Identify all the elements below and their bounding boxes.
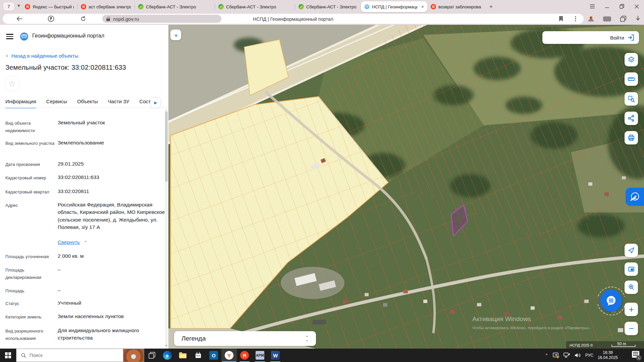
scale-label: 50 m [617,342,626,346]
back-icon[interactable] [15,15,23,23]
divider [0,108,168,108]
browser-tab[interactable]: Я возврат заблокированно [427,1,484,12]
tab-services[interactable]: Сервисы [46,96,67,108]
map-canvas[interactable]: Активация Windows Чтобы активировать Win… [168,25,644,349]
tab-information[interactable]: Информация [5,96,36,108]
back-to-results-link[interactable]: ‹ Назад в найденные объекты [6,52,78,59]
omnibox[interactable]: nspd.gov.ru НСПД | Геоинформационный пор… [3,14,584,24]
locate-me-button[interactable] [625,244,638,257]
assistant-chat-button[interactable] [600,290,622,312]
area-select-button[interactable] [625,92,638,106]
tab-list-chevron-icon[interactable]: ▼ [17,3,21,8]
task-view-button[interactable] [144,349,160,362]
yandex-browser-icon[interactable]: Y [221,349,237,362]
taskbar-search[interactable] [16,349,144,362]
tray-expand-icon[interactable]: ⌃ [545,353,548,358]
collapse-address-link[interactable]: Свернуть⌃ [58,239,87,245]
windows-taskbar: e O Y Я АРМ W ⌃ РУС 16:3916 [0,349,644,362]
network-icon[interactable] [564,353,570,358]
collapse-panel-button[interactable]: « [170,29,181,40]
navigation-arrow-icon [627,246,635,254]
clock[interactable]: 16:3916.04.2025 [598,350,618,360]
nspd-logo [19,32,29,43]
new-tab-button[interactable]: + [487,3,495,11]
zoom-in-button[interactable]: + [625,303,638,316]
sberbank-ast-favicon: ✓ [138,4,144,9]
share-button[interactable] [625,112,638,125]
outlook-icon[interactable]: O [206,349,221,362]
object-title: Земельный участок: 33:02:020811:633 [5,64,126,71]
expand-collapse-icon[interactable]: ⌃⌃ [306,336,309,341]
feedback-chat-icon [630,192,640,202]
close-tab-icon[interactable]: × [421,4,424,9]
panel-scrollbar-thumb[interactable] [165,111,168,182]
tab-parts[interactable]: Части ЗУ [108,96,129,108]
picture-in-picture-icon [627,265,635,273]
tabs-scroll-right-button[interactable]: ▶ [150,97,161,108]
login-icon [628,35,634,41]
reload-icon[interactable] [79,15,87,23]
tabs-collections-icon[interactable] [619,15,627,23]
lock-icon[interactable] [106,17,110,21]
search-icon [21,353,26,358]
browser-menu-icon[interactable] [585,0,600,13]
browser-tab[interactable]: ✓ Сбербанк-АСТ - Электро [215,1,295,12]
close-window-button[interactable] [629,0,644,13]
favorite-star-button[interactable]: ☆ [5,76,19,91]
profile-avatar[interactable] [587,15,595,23]
scroll-down-arrow[interactable]: ▼ [165,344,168,347]
feedback-button[interactable] [626,188,644,206]
search-on-map-button[interactable] [625,281,638,294]
yandex-favicon: Я [431,4,436,9]
browser-tab[interactable]: Я Яндекс — быстрый поиск [21,1,77,12]
minimize-button[interactable] [600,0,614,13]
downloads-icon[interactable] [634,15,642,23]
legend-bar[interactable]: Легенда ⌃⌃ [174,331,316,346]
start-button[interactable] [0,349,16,362]
search-input[interactable] [30,353,107,358]
volume-icon[interactable] [575,353,581,358]
tab-counter-button[interactable]: 7 [3,2,15,11]
update-tray-icon[interactable] [553,353,559,358]
login-bar[interactable]: Войти [542,31,639,44]
browser-tab[interactable]: ✓ Сбербанк-АСТ - Электро [135,1,215,12]
windows-activation-watermark-sub: Чтобы активировать Windows, перейдите в … [472,326,590,330]
restore-button[interactable] [614,0,629,13]
browser-tab[interactable]: Я аст сбербанк электронна [77,1,135,12]
layers-icon [627,56,635,64]
sidebar-panel-icon[interactable] [603,15,611,23]
legend-label: Легенда [181,335,206,342]
yandex-services-icon[interactable] [47,15,55,23]
browser-tab-bar: 7 ▼ Я Яндекс — быстрый поиск Я аст сберб… [0,0,644,13]
language-indicator[interactable]: РУС [585,353,593,358]
minimap-button[interactable] [625,262,638,276]
url-field[interactable]: nspd.gov.ru [102,15,221,23]
edge-icon[interactable]: e [160,349,175,362]
object-info-panel: Геоинформационный портал ‹ Назад в найде… [0,25,168,349]
yandex-icon[interactable]: Я [237,349,252,362]
search-highlight-image[interactable] [123,349,144,362]
print-button[interactable] [625,131,638,144]
sberbank-ast-favicon: ✓ [299,4,304,9]
bookmark-icon[interactable] [557,15,565,23]
portal-title: Геоинформационный портал [32,33,104,39]
more-options-icon[interactable] [572,15,580,23]
printer-icon [627,134,635,142]
chevron-left-icon: ‹ [6,52,8,59]
zoom-out-button[interactable]: − [625,322,638,335]
screen: 7 ▼ Я Яндекс — быстрый поиск Я аст сберб… [0,0,644,362]
ruler-icon [627,75,635,83]
browser-tab[interactable]: ✓ Сбербанк-АСТ - Электро [295,1,361,12]
menu-icon[interactable] [6,34,13,39]
location-search-icon [627,283,635,291]
cryptoarm-icon[interactable]: АРМ [252,349,268,362]
tab-objects[interactable]: Объекты [77,96,98,108]
store-icon[interactable] [191,349,206,362]
file-explorer-icon[interactable] [175,349,191,362]
browser-tab-active[interactable]: НСПД | Геоинформаци × [361,1,427,12]
notification-center-button[interactable]: 1 [631,350,641,360]
browser-address-bar: nspd.gov.ru НСПД | Геоинформационный пор… [0,13,644,25]
measure-button[interactable] [625,72,638,86]
layers-button[interactable] [625,53,638,66]
word-icon[interactable]: W [268,349,283,362]
